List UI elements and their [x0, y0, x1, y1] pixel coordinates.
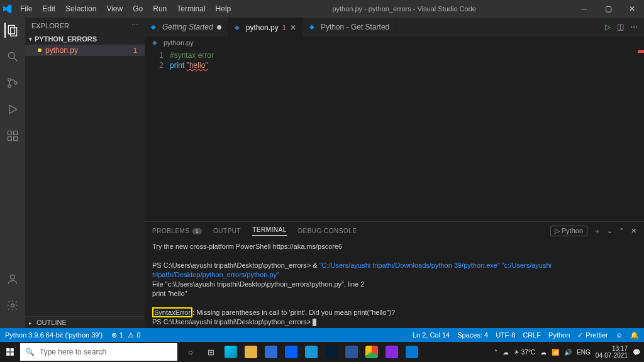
window-title: python.py - python_errors - Visual Studi…: [236, 5, 572, 13]
taskbar-apps: ○ ⊞: [181, 343, 421, 361]
status-eol[interactable]: CRLF: [523, 331, 541, 339]
folder-name: PYTHON_ERRORS: [35, 35, 97, 43]
tab-python-py[interactable]: python.py 1 ✕: [228, 18, 303, 36]
maximize-panel-icon[interactable]: ⌃: [619, 227, 625, 235]
status-encoding[interactable]: UTF-8: [496, 331, 515, 339]
code-content[interactable]: #syntax errorprint "hello": [170, 49, 214, 221]
app-mail[interactable]: [262, 343, 280, 361]
code-editor[interactable]: 1 2 #syntax errorprint "hello": [145, 49, 644, 221]
extensions-icon[interactable]: [5, 128, 20, 143]
app-photoshop[interactable]: [322, 343, 341, 361]
tray-weather[interactable]: ☀ 37°C: [514, 349, 535, 356]
panel-tab-debug[interactable]: DEBUG CONSOLE: [298, 228, 357, 234]
svg-rect-10: [8, 137, 12, 141]
panel-tab-terminal[interactable]: TERMINAL: [252, 226, 287, 236]
vscode-icon: [309, 23, 317, 31]
outline-section[interactable]: ▸ OUTLINE: [25, 316, 145, 328]
close-panel-icon[interactable]: ✕: [631, 227, 636, 235]
menu-help[interactable]: Help: [211, 0, 236, 18]
menu-edit[interactable]: Edit: [37, 0, 60, 18]
file-name: python.py: [45, 46, 78, 55]
svg-rect-17: [11, 353, 14, 356]
tab-label: python.py: [246, 23, 279, 32]
app-store[interactable]: [302, 343, 321, 361]
svg-rect-8: [8, 131, 12, 135]
svg-rect-15: [11, 348, 14, 351]
more-actions-icon[interactable]: ⋯: [630, 23, 638, 31]
explorer-icon[interactable]: [4, 23, 19, 38]
run-file-icon[interactable]: ▷: [605, 23, 611, 31]
account-icon[interactable]: [5, 272, 20, 287]
split-editor-icon[interactable]: ◫: [617, 23, 624, 31]
tray-clock[interactable]: 13:1704-07-2021: [596, 345, 628, 359]
status-cursor-pos[interactable]: Ln 2, Col 14: [413, 331, 450, 339]
status-problems[interactable]: ⊗ 1 ⚠ 0: [111, 331, 140, 339]
chevron-right-icon: ▸: [29, 320, 32, 326]
status-language[interactable]: Python: [548, 331, 570, 339]
start-button[interactable]: [0, 348, 20, 356]
tray-cloud-icon[interactable]: ☁: [502, 349, 509, 356]
maximize-button[interactable]: ▢: [596, 0, 620, 18]
app-generic[interactable]: [382, 343, 401, 361]
status-feedback-icon[interactable]: ☺: [616, 331, 623, 339]
chevron-down-icon: ▾: [29, 36, 32, 42]
svg-rect-9: [14, 131, 18, 135]
folder-header[interactable]: ▾ PYTHON_ERRORS: [25, 33, 145, 45]
file-item-python[interactable]: python.py 1: [25, 45, 145, 56]
menu-terminal[interactable]: Terminal: [172, 0, 210, 18]
tab-python-get-started[interactable]: Python - Get Started: [303, 18, 396, 36]
minimize-button[interactable]: ─: [572, 0, 596, 18]
taskbar-search[interactable]: 🔍 Type here to search: [20, 343, 177, 361]
menu-file[interactable]: File: [15, 0, 37, 18]
app-explorer[interactable]: [242, 343, 260, 361]
settings-gear-icon[interactable]: [5, 298, 20, 313]
svg-rect-16: [6, 353, 9, 356]
menu-run[interactable]: Run: [148, 0, 172, 18]
highlighted-error: SyntaxError: [152, 307, 192, 317]
menu-go[interactable]: Go: [128, 0, 148, 18]
tab-getting-started[interactable]: Getting Started: [145, 18, 228, 36]
tab-close-icon[interactable]: ✕: [290, 23, 296, 32]
menu-view[interactable]: View: [101, 0, 128, 18]
tray-notifications-icon[interactable]: 💬: [633, 349, 640, 356]
app-word[interactable]: [342, 343, 361, 361]
status-indent[interactable]: Spaces: 4: [457, 331, 488, 339]
tab-label: Python - Get Started: [321, 23, 389, 31]
explorer-sidebar: EXPLORER ⋯ ▾ PYTHON_ERRORS python.py 1 ▸…: [25, 18, 145, 328]
svg-line-3: [14, 58, 18, 62]
explorer-more-icon[interactable]: ⋯: [131, 21, 138, 30]
new-terminal-icon[interactable]: ＋: [594, 226, 601, 236]
tray-network-icon[interactable]: 📶: [552, 349, 559, 356]
tray-language[interactable]: ENG: [577, 349, 591, 356]
cortana-icon[interactable]: ○: [181, 343, 200, 361]
chevron-down-icon[interactable]: ⌄: [607, 227, 613, 235]
app-chrome[interactable]: [362, 343, 381, 361]
menu-selection[interactable]: Selection: [60, 0, 101, 18]
close-button[interactable]: ✕: [620, 0, 644, 18]
terminal-output[interactable]: Try the new cross-platform PowerShell ht…: [145, 239, 644, 328]
line-gutter: 1 2: [145, 49, 170, 221]
status-python-env[interactable]: Python 3.9.6 64-bit ('python 39'): [5, 331, 103, 339]
status-bar: Python 3.9.6 64-bit ('python 39') ⊗ 1 ⚠ …: [0, 328, 644, 342]
tray-volume-icon[interactable]: 🔊: [564, 349, 572, 356]
modified-dot-icon: [217, 25, 221, 30]
app-vscode[interactable]: [402, 343, 421, 361]
terminal-shell-selector[interactable]: ▷ Python: [550, 226, 587, 236]
task-view-icon[interactable]: ⊞: [201, 343, 220, 361]
search-placeholder: Type here to search: [40, 348, 106, 356]
panel-tab-output[interactable]: OUTPUT: [213, 228, 241, 234]
app-dropbox[interactable]: [282, 343, 301, 361]
editor-tabs: Getting Started python.py 1 ✕ Python - G…: [145, 18, 644, 36]
tray-onedrive-icon[interactable]: ☁: [540, 349, 547, 356]
panel-tab-problems[interactable]: PROBLEMS1: [152, 228, 202, 234]
breadcrumb[interactable]: python.py: [145, 36, 644, 49]
status-formatter[interactable]: ✓ Prettier: [577, 331, 608, 339]
run-debug-icon[interactable]: [5, 102, 20, 117]
svg-marker-7: [9, 105, 17, 113]
search-icon[interactable]: [5, 49, 20, 64]
status-bell-icon[interactable]: 🔔: [630, 331, 639, 339]
tray-expand-icon[interactable]: ˄: [494, 349, 497, 356]
source-control-icon[interactable]: [5, 75, 20, 90]
minimap-error-marker[interactable]: [638, 50, 644, 53]
app-edge[interactable]: [221, 343, 240, 361]
